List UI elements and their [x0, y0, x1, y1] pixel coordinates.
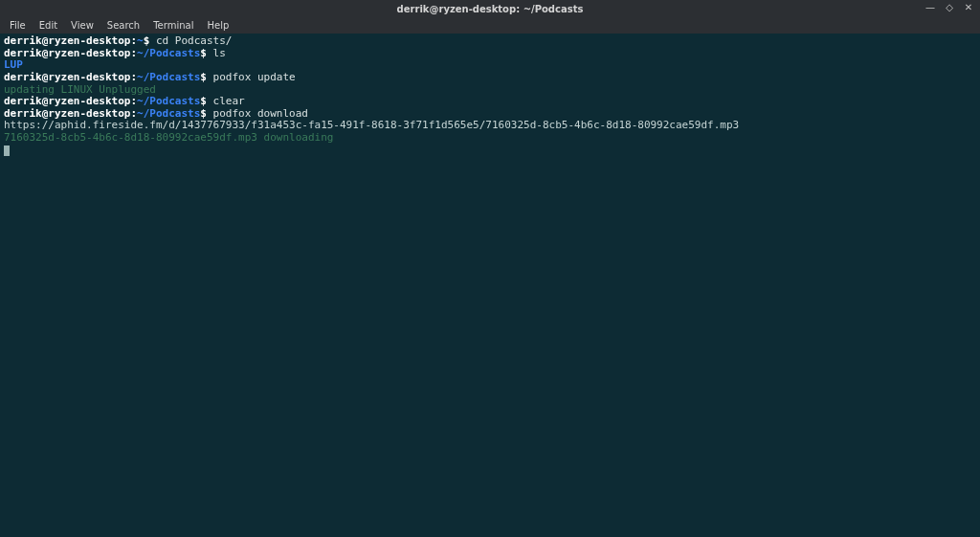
prompt-path: ~/Podcasts	[137, 107, 200, 120]
ls-output: LUP	[4, 58, 23, 71]
menu-view[interactable]: View	[65, 18, 100, 33]
menu-help[interactable]: Help	[201, 18, 234, 33]
menubar: File Edit View Search Terminal Help	[0, 17, 980, 34]
output-text: updating LINUX Unplugged	[4, 83, 156, 96]
prompt-path: ~/Podcasts	[137, 47, 200, 59]
command-text: ls	[213, 47, 226, 59]
maximize-button[interactable]: ◇	[944, 2, 955, 13]
output-text: 7160325d-8cb5-4b6c-8d18-80992cae59df.mp3…	[4, 131, 333, 144]
menu-terminal[interactable]: Terminal	[147, 18, 199, 33]
terminal-line: 7160325d-8cb5-4b6c-8d18-80992cae59df.mp3…	[4, 132, 976, 145]
output-url: https://aphid.fireside.fm/d/1437767933/f…	[4, 119, 739, 131]
prompt-user: derrik@ryzen-desktop	[4, 71, 130, 83]
menu-file[interactable]: File	[4, 18, 32, 33]
prompt-path: ~/Podcasts	[137, 71, 200, 83]
close-button[interactable]: ✕	[963, 2, 974, 13]
prompt-user: derrik@ryzen-desktop	[4, 47, 130, 59]
terminal-output[interactable]: derrik@ryzen-desktop:~$ cd Podcasts/ der…	[0, 34, 980, 537]
command-text: podfox update	[213, 71, 296, 83]
window-controls: — ◇ ✕	[924, 2, 974, 13]
prompt-path: ~/Podcasts	[137, 95, 200, 107]
window-titlebar: derrik@ryzen-desktop: ~/Podcasts — ◇ ✕	[0, 0, 980, 17]
prompt-user: derrik@ryzen-desktop	[4, 95, 130, 107]
menu-search[interactable]: Search	[101, 18, 145, 33]
cursor-icon	[4, 145, 10, 156]
prompt-user: derrik@ryzen-desktop	[4, 107, 130, 120]
terminal-line: derrik@ryzen-desktop:~/Podcasts$ ls	[4, 48, 976, 60]
terminal-cursor-line	[4, 145, 976, 157]
menu-edit[interactable]: Edit	[33, 18, 63, 33]
command-text: cd Podcasts/	[156, 34, 232, 47]
command-text: clear	[213, 95, 245, 107]
prompt-path: ~	[137, 34, 144, 47]
command-text: podfox download	[213, 107, 308, 120]
minimize-button[interactable]: —	[924, 2, 936, 13]
window-title: derrik@ryzen-desktop: ~/Podcasts	[397, 4, 584, 14]
prompt-user: derrik@ryzen-desktop	[4, 34, 130, 47]
